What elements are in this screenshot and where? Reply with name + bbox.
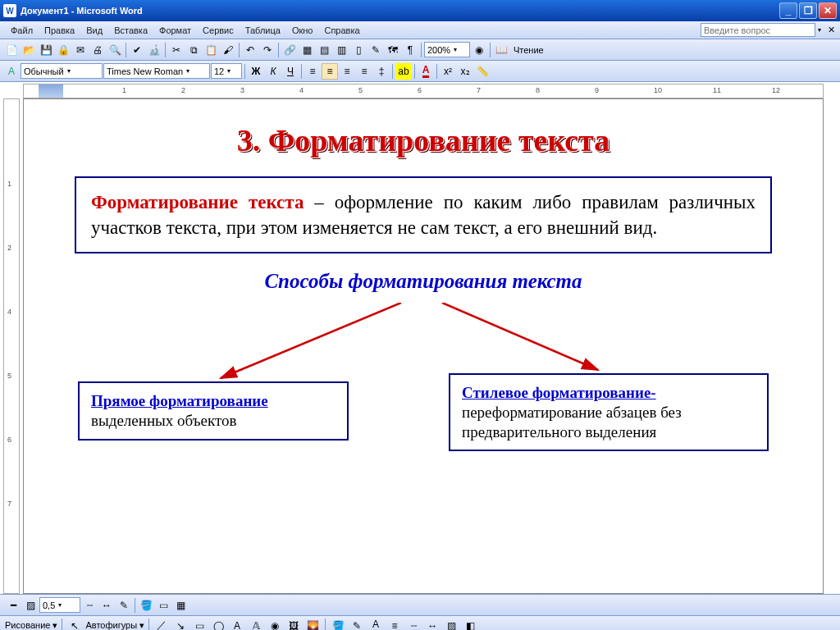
ruler-h-num: 11: [713, 86, 721, 94]
cut-icon[interactable]: ✂: [168, 42, 185, 58]
minimize-button[interactable]: _: [779, 2, 797, 19]
clipart-icon[interactable]: 🖼: [285, 618, 302, 631]
font-color-icon[interactable]: A: [418, 63, 434, 80]
arrowstyle-icon[interactable]: ↔: [424, 618, 441, 631]
underline-button[interactable]: Ч: [282, 63, 299, 80]
menu-insert[interactable]: Вставка: [108, 24, 153, 37]
page[interactable]: 3. Форматирование текста Форматирование …: [23, 98, 824, 594]
diagram-icon[interactable]: ◉: [267, 618, 283, 631]
research-icon[interactable]: 🔬: [146, 42, 162, 58]
menu-bar: Файл Правка Вид Вставка Формат Сервис Та…: [0, 21, 840, 39]
linecolor-icon[interactable]: ✎: [349, 618, 365, 631]
paste-icon[interactable]: 📋: [203, 42, 219, 58]
menu-tools[interactable]: Сервис: [197, 24, 240, 37]
shadow2-icon[interactable]: ▨: [443, 618, 459, 631]
justify-icon[interactable]: ≡: [356, 63, 372, 80]
horizontal-ruler[interactable]: 123456789101112: [23, 84, 824, 98]
dashstyle-icon[interactable]: ┄: [405, 618, 422, 631]
picture-icon[interactable]: 🌄: [304, 618, 321, 631]
reading-icon[interactable]: 📖: [493, 42, 509, 58]
permissions-icon[interactable]: 🔒: [55, 42, 71, 58]
formatpainter-icon[interactable]: 🖌: [220, 42, 236, 58]
line-tool-icon[interactable]: ／: [153, 618, 170, 631]
ruler-v-num: 4: [7, 308, 11, 316]
arrow-tool-icon[interactable]: ↘: [172, 618, 189, 631]
ruler-h-num: 9: [595, 86, 599, 94]
align-center-icon[interactable]: ≡: [322, 63, 338, 80]
close-panel-icon[interactable]: ✕: [828, 25, 835, 35]
line-style-icon[interactable]: ━: [5, 597, 21, 614]
help-icon[interactable]: ◉: [471, 42, 487, 58]
menu-help[interactable]: Справка: [318, 24, 365, 37]
open-icon[interactable]: 📂: [21, 42, 37, 58]
zoom-combo[interactable]: 200%▾: [424, 42, 470, 57]
font-combo[interactable]: Times New Roman▾: [103, 63, 210, 79]
bold-button[interactable]: Ж: [248, 63, 264, 80]
styles-pane-icon[interactable]: A: [3, 63, 20, 80]
drawing-icon[interactable]: ✎: [368, 42, 384, 58]
line-color-icon[interactable]: ✎: [116, 597, 132, 614]
fontcolor2-icon[interactable]: A: [368, 618, 384, 631]
menu-format[interactable]: Формат: [153, 24, 197, 37]
vertical-ruler[interactable]: 124567: [3, 98, 20, 594]
superscript-icon[interactable]: x²: [440, 63, 456, 80]
copy-icon[interactable]: ⧉: [185, 42, 202, 58]
mail-icon[interactable]: ✉: [72, 42, 89, 58]
table-border-icon[interactable]: ▦: [299, 42, 315, 58]
drawing-menu[interactable]: Рисование ▾: [5, 620, 57, 630]
style-combo[interactable]: Обычный▾: [21, 63, 103, 79]
question-dropdown-icon[interactable]: ▾: [818, 26, 821, 34]
print-icon[interactable]: 🖨: [89, 42, 106, 58]
hyperlink-icon[interactable]: 🔗: [281, 42, 298, 58]
border-icon[interactable]: ▭: [155, 597, 171, 614]
menu-window[interactable]: Окно: [286, 24, 319, 37]
spellcheck-icon[interactable]: ✔: [129, 42, 145, 58]
textbox-tool-icon[interactable]: A: [229, 618, 245, 631]
size-combo[interactable]: 12▾: [211, 63, 242, 79]
3d-icon[interactable]: ◧: [462, 618, 478, 631]
lineweight-icon[interactable]: ≡: [386, 618, 403, 631]
menu-file[interactable]: Файл: [5, 24, 39, 37]
wordart-icon[interactable]: 𝔸: [248, 618, 264, 631]
ruler-h-num: 1: [122, 86, 126, 94]
shadow-icon[interactable]: ▨: [22, 597, 39, 614]
select-icon[interactable]: ↖: [66, 618, 83, 631]
title-sep: -: [69, 6, 77, 16]
new-icon[interactable]: 📄: [3, 42, 20, 58]
columns-icon[interactable]: ▯: [350, 42, 367, 58]
align-right-icon[interactable]: ≡: [339, 63, 355, 80]
excel-icon[interactable]: ▥: [333, 42, 349, 58]
line-spacing-icon[interactable]: ‡: [373, 63, 390, 80]
menu-edit[interactable]: Правка: [39, 24, 80, 37]
close-button[interactable]: ✕: [819, 2, 837, 19]
ruler-icon[interactable]: 📏: [474, 63, 491, 80]
menu-view[interactable]: Вид: [80, 24, 108, 37]
reading-label[interactable]: Чтение: [510, 45, 547, 55]
save-icon[interactable]: 💾: [38, 42, 54, 58]
oval-tool-icon[interactable]: ◯: [210, 618, 226, 631]
italic-button[interactable]: К: [265, 63, 281, 80]
autoshapes-menu[interactable]: Автофигуры ▾: [85, 620, 144, 630]
redo-icon[interactable]: ↷: [259, 42, 276, 58]
line-dash-icon[interactable]: ┄: [81, 597, 98, 614]
arrow-style-icon[interactable]: ↔: [98, 597, 115, 614]
preview-icon[interactable]: 🔍: [107, 42, 123, 58]
insert-table-icon[interactable]: ▤: [316, 42, 332, 58]
line-weight-combo[interactable]: 0,5▾: [39, 597, 80, 613]
align-left-icon[interactable]: ≡: [304, 63, 321, 80]
subscript-icon[interactable]: x₂: [457, 63, 473, 80]
grid-icon[interactable]: ▦: [172, 597, 189, 614]
ruler-v-num: 7: [7, 500, 11, 508]
rect-tool-icon[interactable]: ▭: [191, 618, 208, 631]
undo-icon[interactable]: ↶: [242, 42, 258, 58]
fill-color-icon[interactable]: 🪣: [138, 597, 154, 614]
shape-toolbar: ━ ▨ 0,5▾ ┄ ↔ ✎ 🪣 ▭ ▦: [0, 594, 840, 615]
left-branch-box: Прямое форматирование выделенных объекто…: [78, 381, 349, 441]
fill-icon[interactable]: 🪣: [330, 618, 346, 631]
showhide-icon[interactable]: ¶: [402, 42, 418, 58]
maximize-button[interactable]: ❐: [799, 2, 817, 19]
menu-table[interactable]: Таблица: [240, 24, 286, 37]
docmap-icon[interactable]: 🗺: [385, 42, 401, 58]
question-input[interactable]: [701, 23, 815, 37]
highlight-icon[interactable]: ab: [395, 63, 412, 80]
